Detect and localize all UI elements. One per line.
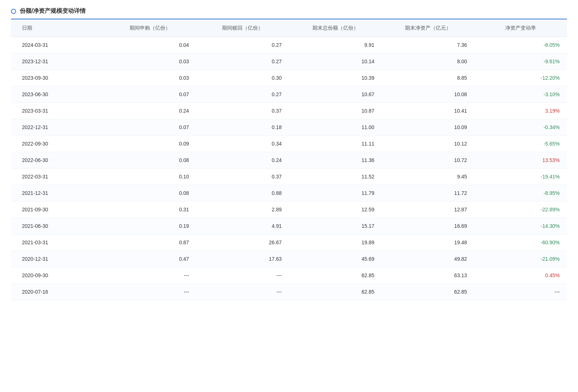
cell-subscribe: 0.03: [104, 53, 196, 70]
cell-change-rate: 0.45%: [474, 267, 567, 284]
cell-redeem: 0.37: [196, 103, 289, 119]
cell-total-share: 11.36: [289, 152, 382, 169]
cell-date: 2020-12-31: [11, 251, 104, 267]
cell-redeem: ---: [196, 267, 289, 284]
col-header-total-share: 期末总份额（亿份）: [289, 20, 382, 37]
cell-subscribe: ---: [104, 267, 196, 284]
table-row: 2023-09-30 0.03 0.30 10.39 8.85 -12.20%: [11, 70, 567, 86]
cell-redeem: 0.18: [196, 119, 289, 136]
page-container: 份额/净资产规模变动详情 日期 期间申购（亿份） 期间赎回（亿份） 期末总份额（…: [0, 0, 578, 392]
table-row: 2021-06-30 0.19 4.91 15.17 16.69 -14.30%: [11, 218, 567, 234]
cell-date: 2021-03-31: [11, 234, 104, 251]
cell-net-assets: 16.69: [382, 218, 474, 234]
table-row: 2020-07-16 --- --- 62.85 62.85 ---: [11, 284, 567, 300]
cell-total-share: 15.17: [289, 218, 382, 234]
cell-net-assets: 10.72: [382, 152, 474, 169]
table-row: 2022-09-30 0.09 0.34 11.11 10.12 -5.65%: [11, 136, 567, 152]
table-row: 2023-03-31 0.24 0.37 10.87 10.41 3.19%: [11, 103, 567, 119]
cell-net-assets: 7.36: [382, 37, 474, 53]
col-header-date: 日期: [11, 20, 104, 37]
table-row: 2020-12-31 0.47 17.63 45.69 49.82 -21.09…: [11, 251, 567, 267]
cell-date: 2023-09-30: [11, 70, 104, 86]
cell-date: 2022-03-31: [11, 169, 104, 185]
col-header-redeem: 期间赎回（亿份）: [196, 20, 289, 37]
cell-change-rate: -8.05%: [474, 37, 567, 53]
cell-net-assets: 10.41: [382, 103, 474, 119]
cell-redeem: 0.27: [196, 37, 289, 53]
cell-date: 2024-03-31: [11, 37, 104, 53]
cell-redeem: 0.30: [196, 70, 289, 86]
cell-change-rate: ---: [474, 284, 567, 300]
main-table: 日期 期间申购（亿份） 期间赎回（亿份） 期末总份额（亿份） 期末净资产（亿元）…: [11, 19, 567, 300]
table-row: 2022-12-31 0.07 0.18 11.00 10.09 -0.34%: [11, 119, 567, 136]
table-row: 2022-06-30 0.08 0.24 11.36 10.72 13.53%: [11, 152, 567, 169]
cell-total-share: 45.69: [289, 251, 382, 267]
cell-date: 2021-12-31: [11, 185, 104, 201]
cell-change-rate: -5.65%: [474, 136, 567, 152]
cell-subscribe: 0.07: [104, 119, 196, 136]
table-row: 2021-03-31 0.87 26.67 19.89 19.48 -60.90…: [11, 234, 567, 251]
cell-redeem: 0.34: [196, 136, 289, 152]
cell-date: 2021-06-30: [11, 218, 104, 234]
cell-redeem: 0.27: [196, 53, 289, 70]
cell-subscribe: 0.08: [104, 185, 196, 201]
cell-subscribe: 0.24: [104, 103, 196, 119]
table-row: 2023-12-31 0.03 0.27 10.14 8.00 -9.61%: [11, 53, 567, 70]
cell-subscribe: 0.03: [104, 70, 196, 86]
table-row: 2024-03-31 0.04 0.27 9.91 7.36 -8.05%: [11, 37, 567, 53]
cell-redeem: 2.89: [196, 201, 289, 218]
cell-total-share: 12.59: [289, 201, 382, 218]
cell-total-share: 11.00: [289, 119, 382, 136]
cell-subscribe: 0.10: [104, 169, 196, 185]
cell-subscribe: 0.31: [104, 201, 196, 218]
table-row: 2020-09-30 --- --- 62.85 63.13 0.45%: [11, 267, 567, 284]
col-header-change-rate: 净资产变动率: [474, 20, 567, 37]
cell-total-share: 10.67: [289, 86, 382, 103]
table-row: 2022-03-31 0.10 0.37 11.52 9.45 -19.41%: [11, 169, 567, 185]
cell-total-share: 19.89: [289, 234, 382, 251]
cell-subscribe: 0.08: [104, 152, 196, 169]
table-row: 2021-12-31 0.08 0.88 11.79 11.72 -8.95%: [11, 185, 567, 201]
cell-redeem: 0.27: [196, 86, 289, 103]
cell-redeem: 0.37: [196, 169, 289, 185]
cell-change-rate: -9.61%: [474, 53, 567, 70]
cell-date: 2020-09-30: [11, 267, 104, 284]
cell-change-rate: -19.41%: [474, 169, 567, 185]
cell-date: 2022-09-30: [11, 136, 104, 152]
cell-subscribe: ---: [104, 284, 196, 300]
table-body: 2024-03-31 0.04 0.27 9.91 7.36 -8.05% 20…: [11, 37, 567, 300]
cell-net-assets: 9.45: [382, 169, 474, 185]
cell-change-rate: 13.53%: [474, 152, 567, 169]
cell-total-share: 11.11: [289, 136, 382, 152]
cell-net-assets: 62.85: [382, 284, 474, 300]
cell-net-assets: 10.08: [382, 86, 474, 103]
cell-net-assets: 49.82: [382, 251, 474, 267]
cell-change-rate: -22.89%: [474, 201, 567, 218]
cell-net-assets: 8.00: [382, 53, 474, 70]
cell-date: 2023-03-31: [11, 103, 104, 119]
table-row: 2021-09-30 0.31 2.89 12.59 12.87 -22.89%: [11, 201, 567, 218]
circle-indicator: [11, 9, 16, 14]
cell-total-share: 62.85: [289, 267, 382, 284]
cell-net-assets: 10.12: [382, 136, 474, 152]
cell-date: 2023-06-30: [11, 86, 104, 103]
cell-redeem: 26.67: [196, 234, 289, 251]
cell-subscribe: 0.04: [104, 37, 196, 53]
cell-net-assets: 12.87: [382, 201, 474, 218]
cell-redeem: 4.91: [196, 218, 289, 234]
cell-total-share: 10.39: [289, 70, 382, 86]
col-header-subscribe: 期间申购（亿份）: [104, 20, 196, 37]
cell-change-rate: -3.10%: [474, 86, 567, 103]
cell-total-share: 62.85: [289, 284, 382, 300]
cell-date: 2022-06-30: [11, 152, 104, 169]
cell-redeem: 0.24: [196, 152, 289, 169]
cell-net-assets: 11.72: [382, 185, 474, 201]
cell-subscribe: 0.07: [104, 86, 196, 103]
cell-net-assets: 63.13: [382, 267, 474, 284]
cell-change-rate: -60.90%: [474, 234, 567, 251]
cell-date: 2023-12-31: [11, 53, 104, 70]
cell-subscribe: 0.19: [104, 218, 196, 234]
cell-date: 2022-12-31: [11, 119, 104, 136]
cell-total-share: 10.14: [289, 53, 382, 70]
cell-redeem: ---: [196, 284, 289, 300]
